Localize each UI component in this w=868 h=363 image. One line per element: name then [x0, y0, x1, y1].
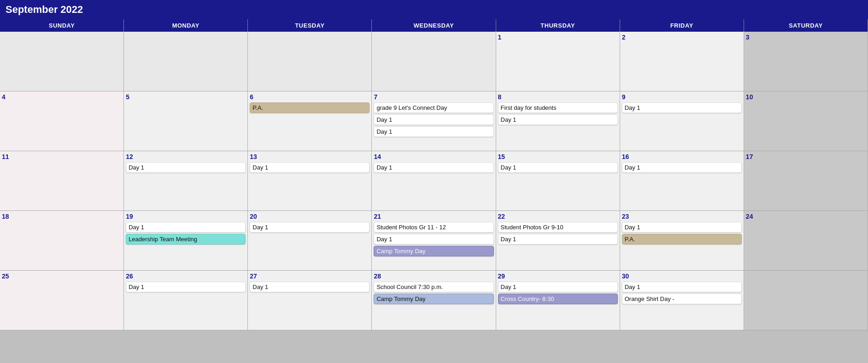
day-cell-5[interactable]: 5 — [124, 91, 248, 151]
day-number: 29 — [498, 272, 618, 280]
day-number: 12 — [126, 153, 246, 160]
day-number: 2 — [622, 34, 742, 41]
day-number: 3 — [746, 34, 866, 41]
day-cell-empty-w4d6[interactable] — [744, 271, 868, 330]
day-number: 13 — [250, 153, 370, 160]
day-header-monday: MONDAY — [124, 19, 248, 32]
day-header-saturday: SATURDAY — [744, 19, 868, 32]
event-item[interactable]: Day 1 — [498, 282, 618, 292]
day-number: 28 — [374, 272, 493, 280]
day-cell-15[interactable]: 15Day 1 — [496, 151, 620, 211]
day-cell-3[interactable]: 3 — [744, 32, 868, 91]
day-cell-18[interactable]: 18 — [0, 211, 124, 271]
event-item[interactable]: Student Photos Gr 9-10 — [498, 222, 618, 233]
event-item[interactable]: Camp Tommy Day — [374, 246, 493, 256]
day-cell-22[interactable]: 22Student Photos Gr 9-10Day 1 — [496, 211, 620, 271]
event-item[interactable]: Orange Shirt Day - — [622, 294, 742, 304]
day-number: 14 — [374, 153, 493, 160]
day-cell-26[interactable]: 26Day 1 — [124, 271, 248, 330]
calendar-title: September 2022 — [0, 0, 868, 19]
event-item[interactable]: Day 1 — [374, 234, 493, 244]
event-item[interactable]: Cross Country- 8:30 — [498, 294, 618, 304]
day-cell-24[interactable]: 24 — [744, 211, 868, 271]
event-item[interactable]: Camp Tommy Day — [374, 294, 493, 304]
day-number: 7 — [374, 93, 493, 101]
event-item[interactable]: Day 1 — [622, 222, 742, 233]
day-number: 4 — [2, 93, 122, 101]
day-header-friday: FRIDAY — [620, 19, 744, 32]
day-cell-empty-w0d3[interactable] — [372, 32, 496, 91]
day-number: 30 — [622, 272, 742, 280]
day-number: 23 — [622, 213, 742, 220]
calendar-grid: SUNDAYMONDAYTUESDAYWEDNESDAYTHURSDAYFRID… — [0, 19, 868, 330]
day-cell-20[interactable]: 20Day 1 — [248, 211, 372, 271]
day-number: 20 — [250, 213, 370, 220]
day-number: 6 — [250, 93, 370, 101]
day-header-tuesday: TUESDAY — [248, 19, 372, 32]
day-number: 17 — [746, 153, 866, 160]
day-cell-6[interactable]: 6P.A. — [248, 91, 372, 151]
event-item[interactable]: Leadership Team Meeting — [126, 234, 246, 244]
event-item[interactable]: Day 1 — [622, 162, 742, 173]
day-cell-21[interactable]: 21Student Photos Gr 11 - 12Day 1Camp Tom… — [372, 211, 496, 271]
day-number: 10 — [746, 93, 866, 101]
event-item[interactable]: Day 1 — [622, 102, 742, 113]
day-cell-1[interactable]: 1 — [496, 32, 620, 91]
day-cell-empty-w0d1[interactable] — [124, 32, 248, 91]
event-item[interactable]: P.A. — [622, 234, 742, 244]
event-item[interactable]: Day 1 — [374, 162, 493, 173]
calendar-wrapper: September 2022 SUNDAYMONDAYTUESDAYWEDNES… — [0, 0, 868, 330]
event-item[interactable]: School Council 7:30 p.m. — [374, 282, 493, 292]
day-number: 5 — [126, 93, 246, 101]
day-number: 11 — [2, 153, 122, 160]
event-item[interactable]: Day 1 — [250, 222, 370, 233]
day-cell-14[interactable]: 14Day 1 — [372, 151, 496, 211]
day-cell-empty-w0d0[interactable] — [0, 32, 124, 91]
day-cell-10[interactable]: 10 — [744, 91, 868, 151]
day-number: 16 — [622, 153, 742, 160]
day-cell-13[interactable]: 13Day 1 — [248, 151, 372, 211]
day-cell-4[interactable]: 4 — [0, 91, 124, 151]
day-cell-9[interactable]: 9Day 1 — [620, 91, 744, 151]
day-cell-2[interactable]: 2 — [620, 32, 744, 91]
day-number: 19 — [126, 213, 246, 220]
event-item[interactable]: Day 1 — [498, 234, 618, 244]
day-number: 25 — [2, 272, 122, 280]
day-cell-8[interactable]: 8First day for studentsDay 1 — [496, 91, 620, 151]
day-cell-12[interactable]: 12Day 1 — [124, 151, 248, 211]
day-cell-empty-w0d2[interactable] — [248, 32, 372, 91]
day-cell-16[interactable]: 16Day 1 — [620, 151, 744, 211]
event-item[interactable]: Day 1 — [374, 126, 493, 137]
event-item[interactable]: Day 1 — [250, 282, 370, 292]
event-item[interactable]: Day 1 — [126, 222, 246, 233]
event-item[interactable]: P.A. — [250, 102, 370, 113]
day-cell-19[interactable]: 19Day 1Leadership Team Meeting — [124, 211, 248, 271]
event-item[interactable]: Student Photos Gr 11 - 12 — [374, 222, 493, 233]
day-cell-29[interactable]: 29Day 1Cross Country- 8:30 — [496, 271, 620, 330]
day-number: 9 — [622, 93, 742, 101]
event-item[interactable]: Day 1 — [126, 162, 246, 173]
day-number: 26 — [126, 272, 246, 280]
event-item[interactable]: Day 1 — [374, 114, 493, 125]
event-item[interactable]: grade 9 Let's Connect Day — [374, 102, 493, 113]
event-item[interactable]: First day for students — [498, 102, 618, 113]
day-number: 18 — [2, 213, 122, 220]
day-number: 24 — [746, 213, 866, 220]
day-cell-23[interactable]: 23Day 1P.A. — [620, 211, 744, 271]
day-number: 27 — [250, 272, 370, 280]
event-item[interactable]: Day 1 — [126, 282, 246, 292]
event-item[interactable]: Day 1 — [622, 282, 742, 292]
day-cell-27[interactable]: 27Day 1 — [248, 271, 372, 330]
day-header-wednesday: WEDNESDAY — [372, 19, 496, 32]
day-cell-30[interactable]: 30Day 1Orange Shirt Day - — [620, 271, 744, 330]
day-cell-17[interactable]: 17 — [744, 151, 868, 211]
day-number: 15 — [498, 153, 618, 160]
day-cell-25[interactable]: 25 — [0, 271, 124, 330]
event-item[interactable]: Day 1 — [498, 162, 618, 173]
day-cell-7[interactable]: 7grade 9 Let's Connect DayDay 1Day 1 — [372, 91, 496, 151]
event-item[interactable]: Day 1 — [498, 114, 618, 125]
day-header-thursday: THURSDAY — [496, 19, 620, 32]
day-cell-11[interactable]: 11 — [0, 151, 124, 211]
day-cell-28[interactable]: 28School Council 7:30 p.m.Camp Tommy Day — [372, 271, 496, 330]
event-item[interactable]: Day 1 — [250, 162, 370, 173]
